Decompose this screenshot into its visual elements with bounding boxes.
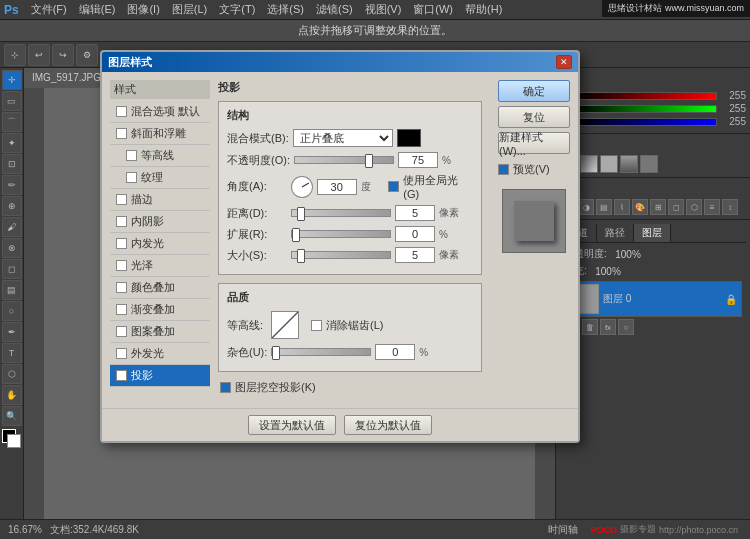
adj-color-balance[interactable]: ⊞ — [650, 199, 666, 215]
g-slider[interactable] — [574, 105, 717, 113]
style-swatch-5[interactable] — [640, 155, 658, 173]
style-item-gradient-overlay[interactable]: 渐变叠加 — [110, 299, 210, 321]
reset-default-button[interactable]: 复位为默认值 — [344, 415, 432, 435]
set-default-button[interactable]: 设置为默认值 — [248, 415, 336, 435]
noise-slider[interactable] — [271, 348, 371, 356]
distance-input[interactable] — [395, 205, 435, 221]
menu-file[interactable]: 文件(F) — [25, 2, 73, 17]
gradient-overlay-checkbox[interactable] — [116, 304, 127, 315]
contour-preview[interactable] — [271, 311, 299, 339]
tool-eyedropper[interactable]: ✏ — [2, 175, 22, 195]
outer-glow-checkbox[interactable] — [116, 348, 127, 359]
pattern-overlay-checkbox[interactable] — [116, 326, 127, 337]
tool-clone[interactable]: ⊗ — [2, 238, 22, 258]
tool-pen[interactable]: ✒ — [2, 322, 22, 342]
tab-layers[interactable]: 图层 — [634, 224, 671, 242]
style-swatch-3[interactable] — [600, 155, 618, 173]
new-style-button[interactable]: 新建样式(W)... — [498, 132, 570, 154]
adj-hue-sat[interactable]: 🎨 — [632, 199, 648, 215]
reset-button[interactable]: 复位 — [498, 106, 570, 128]
adj-curves[interactable]: ⌇ — [614, 199, 630, 215]
tool-gradient[interactable]: ▤ — [2, 280, 22, 300]
ok-button[interactable]: 确定 — [498, 80, 570, 102]
tool-move[interactable]: ✛ — [2, 70, 22, 90]
dialog-close-button[interactable]: ✕ — [556, 55, 572, 69]
menu-layer[interactable]: 图层(L) — [166, 2, 213, 17]
size-slider[interactable] — [291, 251, 391, 259]
tool-eraser[interactable]: ◻ — [2, 259, 22, 279]
spread-input[interactable] — [395, 226, 435, 242]
inner-shadow-checkbox[interactable] — [116, 216, 127, 227]
bevel-emboss-checkbox[interactable] — [116, 128, 127, 139]
texture-checkbox[interactable] — [126, 172, 137, 183]
satin-checkbox[interactable] — [116, 260, 127, 271]
menu-filter[interactable]: 滤镜(S) — [310, 2, 359, 17]
menu-image[interactable]: 图像(I) — [121, 2, 165, 17]
blend-options-checkbox[interactable] — [116, 106, 127, 117]
adj-levels[interactable]: ▤ — [596, 199, 612, 215]
tool-brush[interactable]: 🖌 — [2, 217, 22, 237]
style-item-color-overlay[interactable]: 颜色叠加 — [110, 277, 210, 299]
tool-heal[interactable]: ⊕ — [2, 196, 22, 216]
opacity-slider[interactable] — [294, 156, 394, 164]
tool-text[interactable]: T — [2, 343, 22, 363]
layer-knockout-checkbox[interactable] — [220, 382, 231, 393]
style-item-outer-glow[interactable]: 外发光 — [110, 343, 210, 365]
global-light-checkbox[interactable] — [388, 181, 399, 192]
toolbar-redo[interactable]: ↪ — [52, 44, 74, 66]
tool-crop[interactable]: ⊡ — [2, 154, 22, 174]
tool-select-rect[interactable]: ▭ — [2, 91, 22, 111]
adj-invert[interactable]: ↕ — [722, 199, 738, 215]
tab-paths[interactable]: 路径 — [597, 224, 634, 242]
toolbar-options[interactable]: ⚙ — [76, 44, 98, 66]
angle-input[interactable] — [317, 179, 357, 195]
style-item-contour[interactable]: 等高线 — [110, 145, 210, 167]
tool-lasso[interactable]: ⌒ — [2, 112, 22, 132]
tool-dodge[interactable]: ○ — [2, 301, 22, 321]
timeline-label[interactable]: 时间轴 — [548, 523, 578, 537]
inner-glow-checkbox[interactable] — [116, 238, 127, 249]
angle-dial[interactable] — [291, 176, 313, 198]
noise-input[interactable] — [375, 344, 415, 360]
layer-mask-btn[interactable]: ○ — [618, 319, 634, 335]
adj-contrast[interactable]: ◑ — [578, 199, 594, 215]
foreground-background-colors[interactable] — [2, 429, 22, 449]
distance-slider[interactable] — [291, 209, 391, 217]
style-swatch-2[interactable] — [580, 155, 598, 173]
opacity-input[interactable] — [398, 152, 438, 168]
tool-hand[interactable]: ✋ — [2, 385, 22, 405]
style-item-blend-options[interactable]: 混合选项 默认 — [110, 101, 210, 123]
style-item-stroke[interactable]: 描边 — [110, 189, 210, 211]
shadow-color-swatch[interactable] — [397, 129, 421, 147]
size-input[interactable] — [395, 247, 435, 263]
adj-channel-mixer[interactable]: ≡ — [704, 199, 720, 215]
b-slider[interactable] — [574, 118, 717, 126]
style-item-pattern-overlay[interactable]: 图案叠加 — [110, 321, 210, 343]
contour-checkbox[interactable] — [126, 150, 137, 161]
adj-photo-filter[interactable]: ⬡ — [686, 199, 702, 215]
toolbar-move[interactable]: ⊹ — [4, 44, 26, 66]
style-item-drop-shadow[interactable]: 投影 — [110, 365, 210, 387]
style-item-inner-shadow[interactable]: 内阴影 — [110, 211, 210, 233]
layer-row-0[interactable]: 图层 0 🔒 — [564, 281, 742, 317]
adj-bw[interactable]: ◻ — [668, 199, 684, 215]
layer-style-btn[interactable]: fx — [600, 319, 616, 335]
menu-text[interactable]: 文字(T) — [213, 2, 261, 17]
blend-mode-select[interactable]: 正片叠底 — [293, 129, 393, 147]
menu-select[interactable]: 选择(S) — [261, 2, 310, 17]
style-item-satin[interactable]: 光泽 — [110, 255, 210, 277]
color-overlay-checkbox[interactable] — [116, 282, 127, 293]
menu-window[interactable]: 窗口(W) — [407, 2, 459, 17]
tool-zoom[interactable]: 🔍 — [2, 406, 22, 426]
style-item-texture[interactable]: 纹理 — [110, 167, 210, 189]
r-slider[interactable] — [574, 92, 717, 100]
menu-view[interactable]: 视图(V) — [359, 2, 408, 17]
menu-edit[interactable]: 编辑(E) — [73, 2, 122, 17]
preview-checkbox[interactable] — [498, 164, 509, 175]
anti-alias-checkbox[interactable] — [311, 320, 322, 331]
delete-layer-btn[interactable]: 🗑 — [582, 319, 598, 335]
style-item-bevel-emboss[interactable]: 斜面和浮雕 — [110, 123, 210, 145]
stroke-checkbox[interactable] — [116, 194, 127, 205]
menu-help[interactable]: 帮助(H) — [459, 2, 508, 17]
spread-slider[interactable] — [291, 230, 391, 238]
